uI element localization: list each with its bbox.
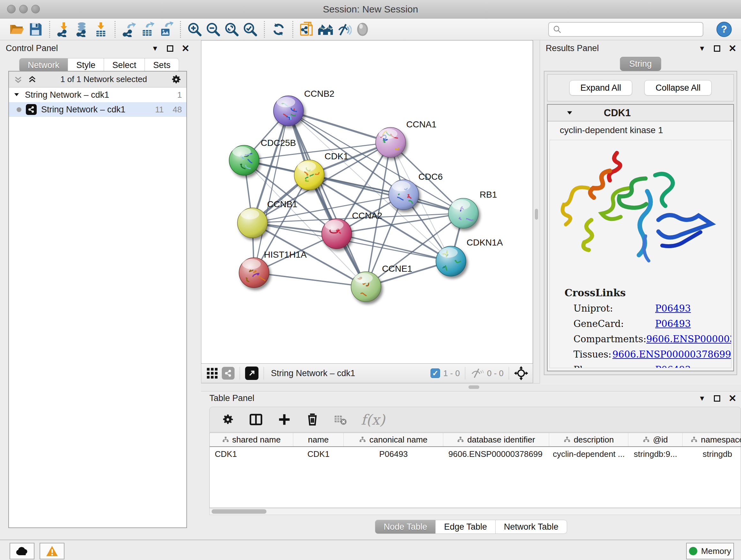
help-icon: ? <box>716 21 732 37</box>
gear-icon[interactable] <box>221 413 234 426</box>
splitter-handle[interactable] <box>468 385 479 389</box>
network-row[interactable]: String Network – cdk1 11 48 <box>9 102 186 117</box>
table-cell[interactable]: CDK1 <box>210 447 293 461</box>
expand-all-icon[interactable] <box>27 75 37 84</box>
node-CDKN1A[interactable]: CDKN1A <box>436 238 503 276</box>
export-image-button[interactable] <box>157 20 176 39</box>
string-home-button[interactable] <box>316 20 335 39</box>
warning-button[interactable] <box>40 543 64 559</box>
node-label-CCNE1: CCNE1 <box>382 264 412 273</box>
zoom-in-button[interactable] <box>185 20 204 39</box>
birdseye-view-icon[interactable] <box>222 367 234 380</box>
table-cell[interactable]: cyclin-dependent ... <box>549 447 628 461</box>
delete-table-icon[interactable] <box>333 413 347 426</box>
function-builder-button[interactable]: f(x) <box>361 412 385 428</box>
float-window-icon[interactable] <box>714 45 720 52</box>
export-network-button[interactable] <box>120 20 138 39</box>
import-network-file-button[interactable] <box>55 20 73 39</box>
gray-sphere-button[interactable] <box>353 20 372 39</box>
crosslink-link[interactable]: P06493 <box>655 303 691 314</box>
table-cell[interactable]: CDK1 <box>293 447 344 461</box>
hidden-eye-icon[interactable] <box>470 368 484 379</box>
column-header-description[interactable]: description <box>549 433 628 446</box>
float-window-icon[interactable] <box>167 45 173 52</box>
scrollbar-thumb[interactable] <box>212 509 266 514</box>
open-session-button[interactable] <box>8 20 26 39</box>
zoom-selected-button[interactable] <box>241 20 259 39</box>
close-panel-icon[interactable]: ✕ <box>182 44 190 53</box>
table-cell[interactable]: stringdb:9... <box>628 447 683 461</box>
table-row[interactable]: CDK1CDK1P064939606.ENSP00000378699cyclin… <box>210 447 741 461</box>
splitter-handle[interactable] <box>535 209 538 220</box>
export-table-button[interactable] <box>138 20 157 39</box>
column-header-canonical-name[interactable]: canonical name <box>344 433 443 446</box>
search-field[interactable] <box>548 22 703 37</box>
node-CCNA1[interactable]: CCNA1 <box>376 119 436 158</box>
tab-sets[interactable]: Sets <box>145 58 179 72</box>
tab-node-table[interactable]: Node Table <box>375 520 435 534</box>
table-cell[interactable]: 9606.ENSP00000378699 <box>443 447 549 461</box>
refresh-button[interactable] <box>269 20 288 39</box>
tab-style[interactable]: Style <box>68 58 104 72</box>
table-horizontal-scrollbar[interactable] <box>209 508 741 515</box>
import-network-database-button[interactable] <box>73 20 91 39</box>
crosslink-link[interactable]: P06493 <box>655 318 691 329</box>
network-column-icon <box>359 436 366 443</box>
tab-select[interactable]: Select <box>104 58 145 72</box>
share-network-button[interactable] <box>298 20 316 39</box>
search-input[interactable] <box>562 24 699 34</box>
column-header-@id[interactable]: @id <box>628 433 683 446</box>
node-RB1[interactable]: RB1 <box>448 190 497 228</box>
import-table-button[interactable] <box>91 20 110 39</box>
crosslink-link[interactable]: P06493 <box>655 364 691 368</box>
column-header-database-identifier[interactable]: database identifier <box>443 433 549 446</box>
table-cell[interactable]: stringdb <box>683 447 741 461</box>
cloud-button[interactable] <box>10 543 35 559</box>
table-cell[interactable]: P06493 <box>344 447 443 461</box>
tree-expander-icon[interactable] <box>13 91 20 98</box>
toolbar-separator <box>292 21 293 38</box>
column-header-shared-name[interactable]: shared name <box>210 433 293 446</box>
open-external-icon[interactable] <box>245 367 259 380</box>
gene-card-header[interactable]: CDK1 <box>548 105 733 121</box>
move-crosshair-icon[interactable] <box>514 366 528 380</box>
enrichment-visibility-button[interactable] <box>335 20 353 39</box>
delete-column-icon[interactable] <box>306 413 320 427</box>
column-header-namespace[interactable]: namespace <box>683 433 741 446</box>
collapse-all-button[interactable]: Collapse All <box>644 80 712 96</box>
crosslink-link[interactable]: 9606.ENSP00000378699 <box>612 349 731 360</box>
crosslink-label: GeneCard: <box>574 318 655 329</box>
network-collection-row[interactable]: String Network – cdk1 1 <box>9 87 186 102</box>
grid-view-icon[interactable] <box>206 367 219 380</box>
close-panel-icon[interactable]: ✕ <box>729 44 737 53</box>
tab-edge-table[interactable]: Edge Table <box>435 520 495 534</box>
crosslink-row: Uniprot:P06493 <box>574 303 731 314</box>
node-HIST1H1A[interactable]: HIST1H1A <box>239 250 307 288</box>
help-button[interactable]: ? <box>715 20 733 39</box>
crosslink-link[interactable]: 9606.ENSP00000378699 <box>646 334 731 345</box>
expand-all-button[interactable]: Expand All <box>569 80 632 96</box>
float-menu-icon[interactable]: ▼ <box>698 394 705 402</box>
tab-string[interactable]: String <box>620 57 661 71</box>
add-column-icon[interactable] <box>277 413 291 427</box>
column-header-name[interactable]: name <box>293 433 344 446</box>
memory-button[interactable]: Memory <box>686 543 734 559</box>
tab-network-table[interactable]: Network Table <box>495 520 567 534</box>
warning-icon <box>46 545 58 557</box>
zoom-fit-button[interactable] <box>222 20 241 39</box>
float-menu-icon[interactable]: ▼ <box>151 44 158 53</box>
close-panel-icon[interactable]: ✕ <box>729 394 737 403</box>
collapse-all-icon[interactable] <box>13 75 23 84</box>
gear-icon[interactable] <box>171 74 182 85</box>
tab-network[interactable]: Network <box>19 58 68 72</box>
show-columns-icon[interactable] <box>249 412 263 427</box>
save-session-button[interactable] <box>26 20 45 39</box>
network-canvas[interactable]: CCNB2CCNA1CDC25BCDK1CDC6RB1CCNB1CCNA2CDK… <box>201 40 533 364</box>
vertical-splitter[interactable] <box>533 40 540 383</box>
collapse-section-icon[interactable] <box>566 110 573 117</box>
selected-checkbox-icon[interactable]: ✓ <box>430 368 440 378</box>
zoom-out-button[interactable] <box>204 20 222 39</box>
float-menu-icon[interactable]: ▼ <box>698 44 705 53</box>
float-window-icon[interactable] <box>714 395 720 401</box>
network-graph[interactable]: CCNB2CCNA1CDC25BCDK1CDC6RB1CCNB1CCNA2CDK… <box>201 41 533 363</box>
